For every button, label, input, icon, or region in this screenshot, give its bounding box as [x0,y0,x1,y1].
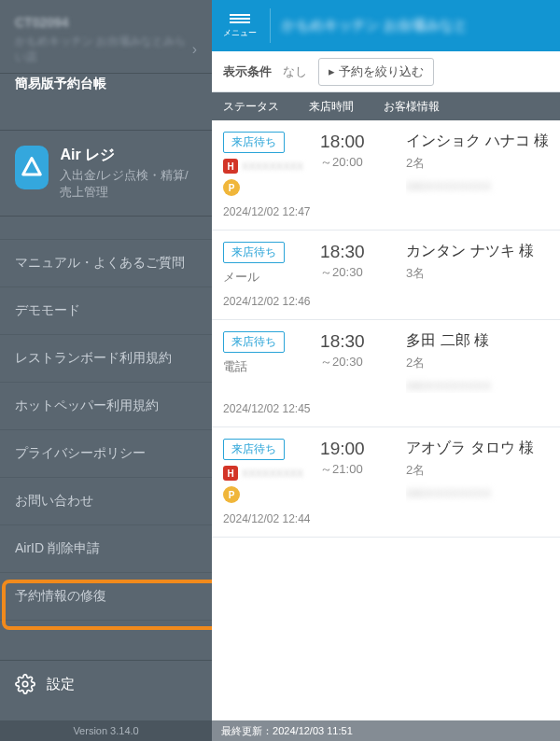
menu-button-label: メニュー [223,27,257,39]
store-id: CT02094 [15,15,197,30]
column-time: 来店時間 [309,99,384,115]
customer-phone: 080XXXXXXXX [406,486,549,500]
play-icon: ▸ [329,64,335,78]
customer-count: 2名 [406,155,549,172]
top-bar: メニュー かもめキッチン お台場みなと [212,0,560,51]
source-text: XXXXXXXXX [242,468,303,479]
reservation-row[interactable]: 来店待ち 電話 18:30 ～20:30 多田 二郎 様 2名 080XXXXX… [212,320,560,427]
airregi-icon [15,146,49,189]
version-label: Version 3.14.0 [0,720,212,741]
menu-item-rb-terms[interactable]: レストランボード利用規約 [0,335,212,383]
section-title: 簡易版予約台帳 [0,74,212,100]
reservation-row[interactable]: 来店待ち HXXXXXXXXX P 18:00 ～20:00 インショク ハナコ… [212,120,560,231]
menu-item-contact[interactable]: お問い合わせ [0,478,212,525]
filter-label: 表示条件 [223,63,272,80]
customer-phone: 080XXXXXXXX [406,179,549,193]
time-end: ～21:00 [320,461,395,478]
source-text: XXXXXXXXX [242,161,303,172]
column-status: ステータス [223,99,309,115]
settings-label: 設定 [47,676,75,693]
column-customer: お客様情報 [384,99,549,115]
reservation-row[interactable]: 来店待ち メール 18:30 ～20:30 カンタン ナツキ 様 3名 2024… [212,231,560,320]
menu-item-demo[interactable]: デモモード [0,287,212,335]
status-badge: 来店待ち [223,439,285,460]
menu-button[interactable]: メニュー [219,8,271,43]
reservation-timestamp: 2024/12/02 12:46 [223,295,549,308]
menu-item-privacy[interactable]: プライバシーポリシー [0,430,212,478]
customer-name: インショク ハナコ 様 [406,132,549,151]
app-title: Air レジ [60,146,197,165]
status-badge: 来店待ち [223,242,285,263]
time-start: 19:00 [320,439,395,459]
last-update-bar: 最終更新：2024/12/03 11:51 [212,720,560,741]
gear-icon [15,674,35,694]
filter-button[interactable]: ▸ 予約を絞り込む [318,58,434,86]
time-start: 18:30 [320,242,395,262]
filter-button-label: 予約を絞り込む [339,63,424,80]
time-end: ～20:30 [320,264,395,281]
app-airregi[interactable]: Air レジ 入出金/レジ点検・精算/売上管理 [0,130,212,217]
status-badge: 来店待ち [223,132,285,153]
customer-count: 2名 [406,355,549,371]
app-subtitle: 入出金/レジ点検・精算/売上管理 [60,167,197,201]
reservation-timestamp: 2024/12/02 12:44 [223,512,549,525]
customer-name: カンタン ナツキ 様 [406,242,549,261]
source-text: メール [223,269,309,286]
chevron-right-icon: › [192,41,197,58]
main-content: メニュー かもめキッチン お台場みなと 表示条件 なし ▸ 予約を絞り込む ステ… [212,0,560,741]
time-start: 18:30 [320,331,395,352]
menu-item-reservation-repair[interactable]: 予約情報の修復 [0,573,212,621]
sidebar: CT02094 かもめキッチン お台場みなとみらい店 › 簡易版予約台帳 Air… [0,0,212,741]
svg-point-0 [22,681,28,687]
menu-item-hp-terms[interactable]: ホットペッパー利用規約 [0,383,212,430]
point-icon: P [223,179,240,196]
menu-list: マニュアル・よくあるご質問 デモモード レストランボード利用規約 ホットペッパー… [0,239,212,621]
time-start: 18:00 [320,132,395,152]
filter-none: なし [283,63,307,80]
reservation-timestamp: 2024/12/02 12:45 [223,402,549,415]
hotpepper-icon: H [223,159,238,174]
table-header: ステータス 来店時間 お客様情報 [212,92,560,120]
customer-count: 2名 [406,462,549,479]
customer-phone: 080XXXXXXXX [406,379,549,393]
reservation-list: 来店待ち HXXXXXXXXX P 18:00 ～20:00 インショク ハナコ… [212,120,560,741]
status-badge: 来店待ち [223,331,285,353]
filter-bar: 表示条件 なし ▸ 予約を絞り込む [212,51,560,92]
reservation-row[interactable]: 来店待ち HXXXXXXXXX P 19:00 ～21:00 アオゾラ タロウ … [212,427,560,538]
hamburger-icon [230,12,250,25]
point-icon: P [223,486,240,503]
customer-count: 3名 [406,265,549,282]
settings-button[interactable]: 設定 [0,660,212,707]
shop-title: かもめキッチン お台場みなと [282,17,468,35]
time-end: ～20:30 [320,354,395,370]
store-header[interactable]: CT02094 かもめキッチン お台場みなとみらい店 › [0,0,212,74]
menu-item-airid-delete[interactable]: AirID 削除申請 [0,525,212,573]
time-end: ～20:00 [320,154,395,171]
customer-name: アオゾラ タロウ 様 [406,439,549,458]
hotpepper-icon: H [223,466,238,481]
store-name: かもめキッチン お台場みなとみらい店 [15,34,192,65]
source-text: 電話 [223,358,309,375]
reservation-timestamp: 2024/12/02 12:47 [223,205,549,218]
menu-item-manual[interactable]: マニュアル・よくあるご質問 [0,239,212,287]
customer-name: 多田 二郎 様 [406,331,549,351]
